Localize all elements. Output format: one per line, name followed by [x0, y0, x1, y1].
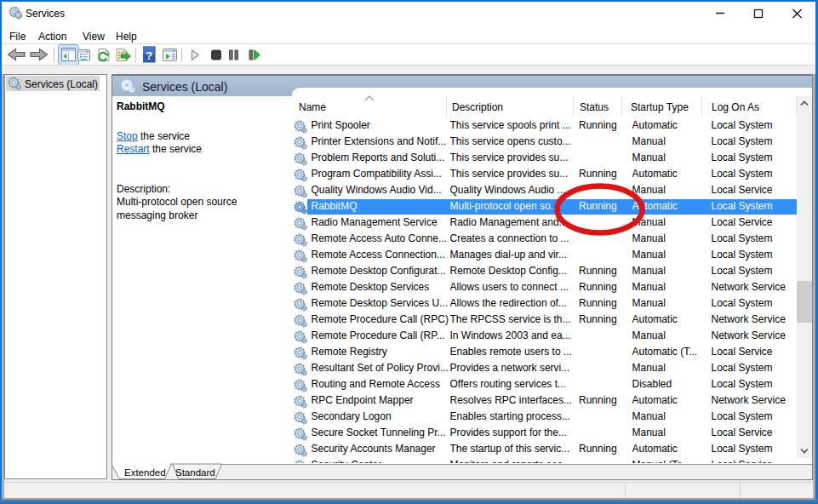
svg-text:?: ? — [146, 49, 152, 62]
